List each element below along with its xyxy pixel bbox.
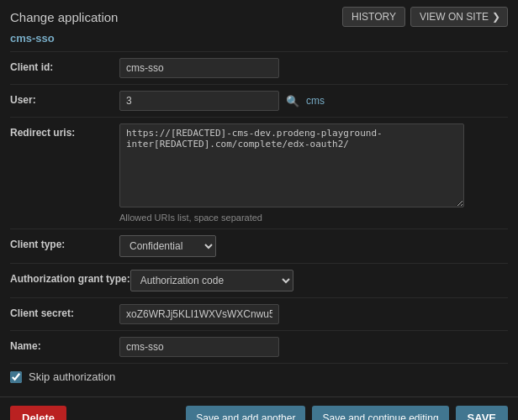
history-button[interactable]: HISTORY bbox=[342, 7, 405, 27]
redirect-uris-label: Redirect uris: bbox=[10, 123, 119, 139]
allowed-uris-hint: Allowed URIs list, space separated bbox=[119, 213, 508, 223]
client-secret-row: Client secret: bbox=[10, 297, 508, 330]
save-and-add-button[interactable]: Save and add another bbox=[186, 406, 305, 420]
search-icon[interactable]: 🔍 bbox=[286, 95, 299, 108]
client-secret-field bbox=[119, 304, 508, 324]
name-field bbox=[119, 337, 508, 357]
user-link[interactable]: cms bbox=[306, 95, 325, 107]
auth-grant-field: Authorization code Implicit Resource own… bbox=[130, 270, 508, 291]
client-id-row: Client id: bbox=[10, 51, 508, 84]
client-secret-label: Client secret: bbox=[10, 304, 119, 319]
skip-auth-label[interactable]: Skip authorization bbox=[29, 370, 115, 383]
page-title: Change application bbox=[10, 10, 118, 24]
client-id-field bbox=[119, 58, 508, 78]
form-container: Client id: User: 🔍 cms Redirect uris: ht… bbox=[0, 51, 518, 390]
skip-auth-row: Skip authorization bbox=[10, 363, 508, 390]
auth-grant-row: Authorization grant type: Authorization … bbox=[10, 263, 508, 297]
client-secret-input[interactable] bbox=[119, 304, 279, 324]
redirect-uris-field: https://[REDACTED]-cms-dev.prodeng-playg… bbox=[119, 123, 508, 223]
delete-button[interactable]: Delete bbox=[10, 406, 66, 420]
save-and-continue-button[interactable]: Save and continue editing bbox=[312, 406, 448, 420]
name-input[interactable] bbox=[119, 337, 279, 357]
auth-grant-label: Authorization grant type: bbox=[10, 270, 130, 285]
client-type-select[interactable]: Confidential Public bbox=[119, 235, 216, 257]
user-input[interactable] bbox=[119, 91, 279, 111]
app-name: cms-sso bbox=[0, 30, 518, 51]
redirect-uris-input[interactable]: https://[REDACTED]-cms-dev.prodeng-playg… bbox=[119, 123, 464, 207]
chevron-right-icon: ❯ bbox=[492, 11, 500, 23]
user-field: 🔍 cms bbox=[119, 91, 508, 111]
client-type-row: Client type: Confidential Public bbox=[10, 228, 508, 263]
skip-auth-checkbox[interactable] bbox=[10, 371, 22, 383]
client-id-label: Client id: bbox=[10, 58, 119, 73]
footer-right-actions: Save and add another Save and continue e… bbox=[186, 406, 508, 420]
header-actions: HISTORY VIEW ON SITE ❯ bbox=[342, 7, 508, 27]
redirect-uris-row: Redirect uris: https://[REDACTED]-cms-de… bbox=[10, 117, 508, 228]
user-row: User: 🔍 cms bbox=[10, 84, 508, 117]
auth-grant-select[interactable]: Authorization code Implicit Resource own… bbox=[130, 270, 293, 291]
save-button[interactable]: SAVE bbox=[456, 406, 508, 420]
footer: Delete Save and add another Save and con… bbox=[0, 396, 518, 420]
client-id-input[interactable] bbox=[119, 58, 279, 78]
user-label: User: bbox=[10, 91, 119, 106]
page-header: Change application HISTORY VIEW ON SITE … bbox=[0, 0, 518, 30]
name-row: Name: bbox=[10, 330, 508, 363]
client-type-label: Client type: bbox=[10, 235, 119, 250]
client-type-field: Confidential Public bbox=[119, 235, 508, 257]
view-on-site-button[interactable]: VIEW ON SITE ❯ bbox=[410, 7, 508, 27]
name-label: Name: bbox=[10, 337, 119, 352]
